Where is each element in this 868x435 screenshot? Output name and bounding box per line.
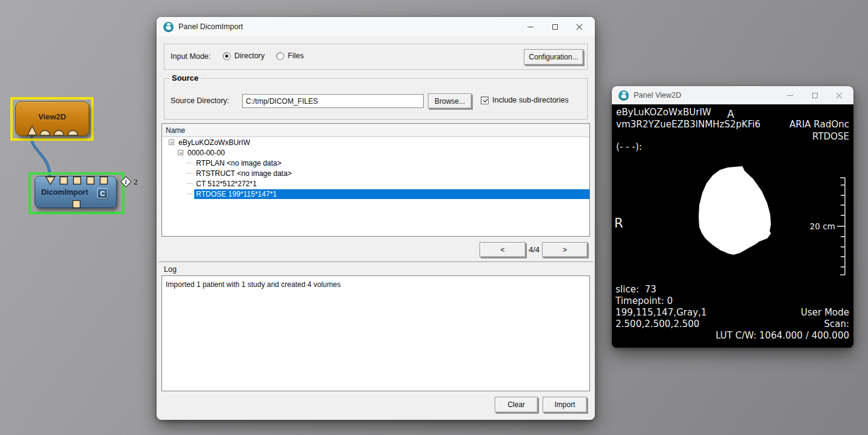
log-label: Log — [164, 265, 177, 274]
radio-directory-icon[interactable] — [223, 52, 231, 60]
tree-branch-line — [188, 183, 192, 184]
mevislab-app-icon — [163, 22, 174, 32]
view2d-panel-window: Panel View2D eByLuKOZoWxBUrIW A vm3R2YZu… — [612, 86, 853, 348]
info-count: 2 — [134, 177, 138, 187]
source-group-label: Source — [169, 73, 201, 83]
minimize-icon — [787, 95, 793, 96]
tree-row-ct[interactable]: CT 512*512*272*1 — [162, 178, 589, 189]
user-mode-overlay: User Mode — [801, 307, 849, 318]
view2d-node[interactable]: View2D — [15, 101, 89, 136]
radio-directory-label: Directory — [234, 52, 265, 60]
tree-branch-line — [188, 194, 192, 194]
log-output[interactable]: Imported 1 patient with 1 study and crea… — [161, 275, 590, 391]
study-id-overlay: vm3R2YZueEZB3lNMHzS2pKFi6 — [616, 119, 761, 130]
timepoint-overlay: Timepoint: 0 — [615, 295, 673, 306]
include-subdirectories-label: Include sub-directories — [492, 96, 569, 104]
tree-row-study[interactable]: 0000-00-00 — [162, 147, 589, 158]
checkbox-icon[interactable] — [481, 96, 489, 104]
lut-overlay: LUT C/W: 1064.000 / 400.000 — [716, 330, 849, 341]
tree-row-rtdose[interactable]: RTDOSE 199*115*147*1 — [162, 189, 589, 199]
view2d-node-label: View2D — [16, 112, 89, 121]
maximize-icon — [812, 93, 818, 98]
radio-files-icon[interactable] — [276, 52, 284, 60]
next-page-button[interactable]: > — [542, 242, 588, 257]
orientation-left-marker: R — [614, 216, 623, 231]
browse-button[interactable]: Browse... — [428, 93, 472, 109]
close-button[interactable] — [567, 17, 591, 36]
dicomimport-node-connectors-top[interactable] — [35, 176, 117, 186]
coords-overlay: (- - -): — [616, 141, 642, 152]
modality-overlay: RTDOSE — [812, 131, 849, 142]
tree-row-rtplan[interactable]: RTPLAN <no image data> — [162, 158, 589, 168]
scale-label: 20 cm — [810, 221, 835, 231]
clear-button[interactable]: Clear — [495, 397, 538, 413]
include-subdirectories-checkbox[interactable]: Include sub-directories — [481, 96, 569, 104]
source-directory-label: Source Directory: — [171, 96, 229, 105]
view2d-window-title: Panel View2D — [634, 91, 681, 99]
tree-row-patient[interactable]: eByLuKOZoWxBUrIW — [162, 137, 589, 147]
close-button[interactable] — [827, 86, 851, 104]
dicomimport-panel-window: Panel DicomImport Input Mode: Directory … — [157, 17, 595, 420]
collapse-icon[interactable] — [169, 140, 174, 145]
dose-contour — [699, 166, 771, 255]
page-counter: 4/4 — [529, 245, 540, 254]
dicomimport-node[interactable]: DicomImport C — [35, 176, 117, 208]
import-button[interactable]: Import — [543, 397, 587, 413]
reload-icon[interactable]: C — [97, 188, 108, 198]
tree-header-name[interactable]: Name — [162, 124, 589, 137]
slice-viewer[interactable]: eByLuKOZoWxBUrIW A vm3R2YZueEZB3lNMHzS2p… — [612, 104, 853, 348]
radio-files[interactable]: Files — [276, 52, 303, 60]
maximize-button[interactable] — [543, 17, 567, 36]
minimize-button[interactable] — [778, 86, 802, 104]
view2d-node-connectors[interactable] — [16, 125, 90, 136]
node-graph-canvas[interactable]: View2D DicomImport C i 2 — [0, 0, 157, 435]
splitter-handle[interactable] — [158, 261, 593, 263]
scan-overlay: Scan: — [824, 319, 849, 329]
radio-directory[interactable]: Directory — [223, 52, 265, 60]
configuration-button[interactable]: Configuration... — [524, 49, 583, 65]
close-icon — [836, 92, 843, 99]
tree-branch-line — [188, 163, 192, 163]
vendor-overlay: ARIA RadOnc — [789, 119, 849, 130]
minimize-button[interactable] — [518, 17, 543, 36]
maximize-icon — [552, 24, 558, 30]
maximize-button[interactable] — [802, 86, 827, 104]
radio-files-label: Files — [288, 52, 303, 60]
spacing-overlay: 2.500,2.500,2.500 — [615, 319, 699, 329]
tree-row-rtstruct[interactable]: RTSTRUCT <no image data> — [162, 168, 589, 178]
patient-id-overlay: eByLuKOZoWxBUrIW — [616, 107, 711, 118]
dimensions-overlay: 199,115,147,Gray,1 — [615, 307, 707, 318]
dicomimport-window-title: Panel DicomImport — [178, 22, 243, 31]
minimize-icon — [527, 27, 534, 27]
collapse-icon[interactable] — [178, 150, 183, 155]
dicomimport-node-label: DicomImport — [41, 188, 88, 197]
source-group: Source Source Directory: C:/tmp/DICOM_FI… — [164, 78, 588, 120]
input-mode-group: Input Mode: Directory Files Configuratio… — [164, 44, 588, 70]
tree-branch-line — [188, 173, 192, 174]
mevislab-app-icon — [619, 90, 629, 101]
dicomimport-node-connector-bottom[interactable] — [35, 200, 117, 209]
close-icon — [576, 24, 583, 30]
input-mode-label: Input Mode: — [171, 52, 211, 61]
orientation-top-marker: A — [727, 108, 734, 120]
prev-page-button[interactable]: < — [480, 242, 526, 257]
slice-number-overlay: slice: 73 — [615, 284, 656, 295]
scale-ruler — [837, 178, 845, 275]
source-directory-input[interactable]: C:/tmp/DICOM_FILES — [242, 94, 424, 108]
dicom-tree[interactable]: Name eByLuKOZoWxBUrIW 0000-00-00 RTPLAN … — [161, 123, 590, 237]
